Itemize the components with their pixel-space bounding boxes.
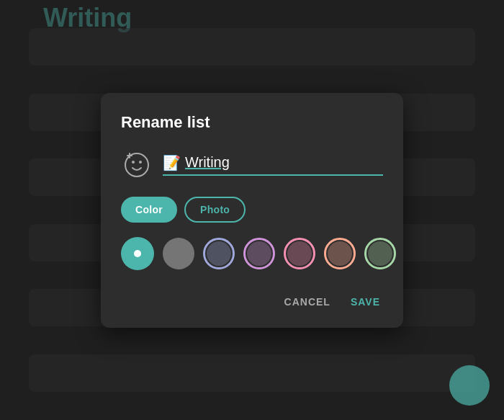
dialog-title: Rename list [121,113,383,132]
color-swatch-mint[interactable] [364,238,396,269]
color-swatch-pink[interactable] [284,238,315,269]
input-wrapper: 📝 [163,154,383,176]
actions-row: CANCEL SAVE [121,290,383,313]
color-swatch-blue[interactable] [203,238,235,269]
bg-list-item [29,28,475,66]
svg-point-1 [132,161,135,164]
color-swatch-gray[interactable] [163,238,194,269]
notepad-icon: 📝 [163,154,181,171]
tabs-row: Color Photo [121,197,383,223]
input-row: 📝 [121,149,383,181]
save-button[interactable]: SAVE [348,290,383,313]
list-name-input[interactable] [185,154,383,171]
cancel-button[interactable]: CANCEL [282,290,333,313]
tab-photo[interactable]: Photo [184,197,246,223]
bg-list-item [29,354,475,392]
bg-circle [449,365,490,406]
emoji-picker-button[interactable] [121,149,153,181]
rename-dialog: Rename list 📝 Color Photo CANCEL SAVE [101,93,403,328]
svg-point-2 [139,161,142,164]
colors-row [121,237,383,270]
color-swatch-lavender[interactable] [243,238,275,269]
color-swatch-peach[interactable] [324,238,356,269]
svg-point-0 [125,153,148,177]
color-swatch-teal[interactable] [121,237,154,270]
tab-color[interactable]: Color [121,197,177,223]
